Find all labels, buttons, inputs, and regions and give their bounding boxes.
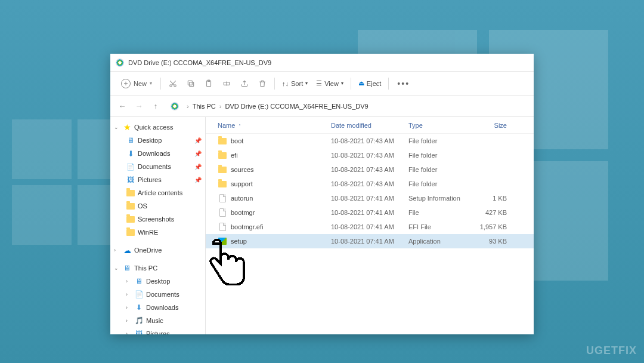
file-name: autorun (231, 195, 253, 202)
breadcrumb-current[interactable]: DVD Drive (E:) CCCOMA_X64FRE_EN-US_DV9 (225, 103, 368, 110)
chevron-down-icon: ▾ (341, 81, 343, 86)
eject-button[interactable]: ⏏ Eject (355, 77, 385, 90)
eject-icon: ⏏ (358, 79, 364, 87)
sort-label: Sort (291, 80, 303, 87)
folder-icon (126, 214, 135, 224)
folder-icon: 📄 (126, 162, 135, 171)
sidebar-item-downloads[interactable]: ›⬇Downloads (110, 301, 205, 314)
sidebar-item-music[interactable]: ›🎵Music (110, 314, 205, 327)
file-size: 1 KB (471, 195, 513, 202)
file-icon (218, 194, 227, 202)
sidebar-item-label: Music (146, 317, 202, 324)
chevron-down-icon: ⌄ (114, 124, 120, 130)
sidebar-quick-access[interactable]: ⌄ ★ Quick access (110, 121, 205, 134)
folder-icon: ⬇ (134, 303, 144, 312)
dvd-drive-icon (115, 58, 125, 67)
file-type: File folder (408, 166, 471, 173)
column-date-header[interactable]: Date modified (331, 122, 408, 129)
paste-icon[interactable] (200, 75, 217, 92)
file-row[interactable]: sources10-08-2021 07:43 AMFile folder (206, 162, 534, 177)
new-button[interactable]: + New ▾ (116, 76, 157, 91)
svg-point-1 (174, 84, 177, 87)
delete-icon[interactable] (254, 75, 271, 92)
file-date: 10-08-2021 07:41 AM (331, 238, 408, 245)
column-size-header[interactable]: Size (471, 122, 513, 129)
sort-asc-icon: ˄ (239, 124, 241, 129)
sidebar-onedrive[interactable]: › ☁ OneDrive (110, 244, 205, 257)
sidebar-item-desktop[interactable]: 🖥Desktop📌 (110, 134, 205, 147)
share-icon[interactable] (236, 75, 253, 92)
sidebar-this-pc[interactable]: ⌄ 🖥 This PC (110, 262, 205, 275)
sidebar-item-os[interactable]: OS (110, 199, 205, 213)
file-row[interactable]: support10-08-2021 07:43 AMFile folder (206, 177, 534, 191)
rename-icon[interactable] (218, 75, 235, 92)
more-button[interactable]: ••• (392, 76, 414, 91)
chevron-right-icon: › (114, 247, 120, 253)
file-row[interactable]: bootmgr.efi10-08-2021 07:41 AMEFI File1,… (206, 220, 534, 234)
folder-icon: 🖼 (134, 329, 144, 334)
file-date: 10-08-2021 07:41 AM (331, 209, 408, 216)
star-icon: ★ (122, 122, 132, 132)
sidebar-item-label: Desktop (138, 137, 192, 144)
copy-icon[interactable] (182, 75, 199, 92)
sidebar-item-pictures[interactable]: 🖼Pictures📌 (110, 173, 205, 186)
sidebar-item-desktop[interactable]: ›🖥Desktop (110, 275, 205, 288)
sidebar-item-pictures[interactable]: ›🖼Pictures (110, 327, 205, 334)
file-row[interactable]: bootmgr10-08-2021 07:41 AMFile427 KB (206, 205, 534, 220)
sidebar-item-documents[interactable]: ›📄Documents (110, 288, 205, 301)
file-row[interactable]: autorun10-08-2021 07:41 AMSetup Informat… (206, 191, 534, 205)
chevron-right-icon: › (126, 318, 132, 324)
file-row[interactable]: efi10-08-2021 07:43 AMFile folder (206, 148, 534, 162)
sidebar-item-article-contents[interactable]: Article contents (110, 186, 205, 199)
sidebar-item-documents[interactable]: 📄Documents📌 (110, 160, 205, 173)
sort-button[interactable]: ↑↓ Sort ▾ (278, 78, 311, 90)
setup-icon (218, 237, 227, 245)
sidebar-label: Quick access (134, 124, 202, 131)
separator (388, 78, 389, 90)
titlebar[interactable]: DVD Drive (E:) CCCOMA_X64FRE_EN-US_DV9 (110, 54, 534, 72)
file-row[interactable]: boot10-08-2021 07:43 AMFile folder (206, 134, 534, 148)
chevron-down-icon: ▾ (150, 81, 152, 86)
breadcrumb[interactable]: › This PC › DVD Drive (E:) CCCOMA_X64FRE… (170, 101, 369, 111)
file-date: 10-08-2021 07:43 AM (331, 180, 408, 187)
pin-icon: 📌 (194, 164, 202, 170)
column-type-header[interactable]: Type (408, 122, 471, 129)
sidebar-item-label: Downloads (138, 150, 192, 157)
breadcrumb-root[interactable]: This PC (193, 103, 216, 110)
chevron-down-icon: ⌄ (114, 265, 120, 271)
cloud-icon: ☁ (122, 245, 132, 255)
folder-icon (126, 201, 135, 211)
sidebar-item-winre[interactable]: WinRE (110, 226, 205, 239)
svg-rect-2 (190, 82, 194, 86)
file-size: 1,957 KB (471, 223, 513, 230)
pc-icon: 🖥 (122, 263, 132, 273)
sidebar-item-downloads[interactable]: ⬇Downloads📌 (110, 147, 205, 160)
file-type: Application (408, 238, 471, 245)
forward-button[interactable]: → (133, 100, 145, 112)
sidebar-item-screenshots[interactable]: Screenshots (110, 213, 205, 226)
file-name: efi (231, 152, 238, 159)
file-type: File folder (408, 152, 471, 159)
chevron-right-icon: › (126, 304, 132, 310)
navbar: ← → ↑ › This PC › DVD Drive (E:) CCCOMA_… (110, 96, 534, 117)
sidebar-label: This PC (134, 264, 202, 272)
folder-icon: 🖥 (126, 136, 135, 145)
separator (274, 78, 275, 90)
pin-icon: 📌 (194, 177, 202, 183)
file-row[interactable]: setup10-08-2021 07:41 AMApplication93 KB (206, 234, 534, 248)
cut-icon[interactable] (165, 75, 181, 92)
back-button[interactable]: ← (116, 100, 128, 112)
watermark-text: UGETFIX (586, 344, 637, 357)
folder-icon (126, 227, 135, 237)
sidebar-label: OneDrive (134, 247, 202, 254)
file-date: 10-08-2021 07:43 AM (331, 166, 408, 173)
sidebar-item-label: Downloads (146, 304, 202, 311)
view-button[interactable]: ☰ View ▾ (312, 77, 347, 90)
file-name: bootmgr.efi (231, 223, 263, 230)
folder-icon: 🖥 (134, 276, 144, 286)
pin-icon: 📌 (194, 137, 202, 144)
up-button[interactable]: ↑ (150, 100, 162, 112)
column-headers: Name˄ Date modified Type Size (206, 117, 534, 134)
file-date: 10-08-2021 07:41 AM (331, 195, 408, 202)
column-name-header[interactable]: Name˄ (212, 122, 331, 129)
